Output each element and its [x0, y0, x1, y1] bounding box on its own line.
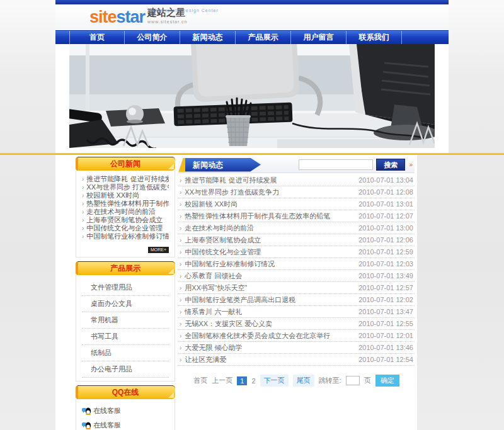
news-row[interactable]: ›心系教育 回馈社会2010-07-01 13:49	[178, 270, 415, 282]
sidebar-news-link[interactable]: ›XX与世界同步 打造低碳竞争力	[82, 183, 169, 191]
arrow-bullet-icon: ›	[180, 308, 181, 315]
qq-service-link[interactable]: 在线客服	[82, 418, 169, 430]
news-row[interactable]: ›中国制笔行业标准制修订情况2010-07-01 12:03	[178, 258, 415, 270]
arrow-bullet-icon: ›	[180, 273, 181, 280]
news-date: 2010-07-01 12:55	[358, 320, 415, 327]
news-title: 大爱无限 倾心助学	[185, 343, 242, 353]
pager-prev[interactable]: 上一页	[212, 376, 232, 385]
sidebar-news-label: 校园新锐 XX时尚	[86, 191, 139, 200]
sidebar-news-label: 中国传统文化与企业管理	[86, 224, 163, 232]
office-desk-illustration	[69, 44, 435, 148]
news-title: 让社区充满爱	[185, 355, 226, 365]
arrow-bullet-icon: ›	[180, 320, 181, 327]
news-list: ›推进节能降耗 促进可持续发展2010-07-01 13:04 ›XX与世界同步…	[178, 174, 415, 366]
news-title: 用XX书写“快乐天空”	[185, 283, 247, 293]
search-area: 搜索 »	[299, 159, 415, 171]
nav-item-news[interactable]: 新闻动态	[180, 31, 236, 44]
news-date: 2010-07-01 12:01	[358, 332, 415, 339]
pager-page-suffix: 页	[364, 376, 371, 385]
news-row[interactable]: ›让社区充满爱2010-07-01 12:54	[178, 354, 415, 366]
pager-jump-input[interactable]	[346, 376, 360, 385]
news-title: 无锡XX：支援灾区 爱心义卖	[185, 319, 272, 329]
news-date: 2010-07-01 12:54	[358, 356, 415, 363]
news-row[interactable]: ›无锡XX：支援灾区 爱心义卖2010-07-01 12:55	[178, 318, 415, 330]
site-logo[interactable]: Webtemplate Design Center sitestar 建站之星 …	[89, 8, 187, 26]
news-row[interactable]: ›走在技术与时尚的前沿2010-07-01 13:00	[178, 222, 415, 234]
product-category-link[interactable]: 常用机器	[82, 312, 169, 329]
nav-item-guestbook[interactable]: 用户留言	[291, 31, 346, 44]
news-title: 上海奉贤区制笔协会成立	[185, 235, 261, 245]
sidebar-news-label: XX与世界同步 打造低碳竞争力	[86, 183, 169, 191]
pager-page-1-current[interactable]: 1	[237, 376, 247, 385]
sidebar-news-link[interactable]: ›走在技术与时尚的前沿	[82, 208, 169, 216]
news-row[interactable]: ›推进节能降耗 促进可持续发展2010-07-01 13:04	[178, 174, 415, 186]
arrow-bullet-icon: ›	[180, 261, 181, 268]
product-category-link[interactable]: 桌面办公文具	[82, 296, 169, 312]
news-row[interactable]: ›情系青川 六一献礼2010-07-01 13:47	[178, 306, 415, 318]
nav-item-contact[interactable]: 联系我们	[346, 31, 402, 44]
arrow-bullet-icon: ›	[82, 175, 84, 183]
nav-item-about[interactable]: 公司简介	[125, 31, 180, 44]
more-link[interactable]: MORE+	[148, 247, 169, 253]
sidebar-news-link[interactable]: ›中国传统文化与企业管理	[82, 224, 169, 232]
arrow-bullet-icon: ›	[180, 285, 181, 291]
sidebar-news-label: 上海奉贤区制笔协会成立	[86, 216, 163, 224]
news-title: 全国制笔标准化技术委员会成立大会在北京举行	[185, 331, 330, 341]
search-button[interactable]: 搜索	[376, 159, 405, 171]
product-category-link[interactable]: 书写工具	[82, 329, 169, 345]
arrow-bullet-icon: ›	[180, 225, 181, 232]
qq-service-link[interactable]: 在线客服	[82, 404, 169, 418]
more-row: MORE+	[82, 242, 169, 254]
pager-confirm-button[interactable]: 确定	[375, 375, 399, 387]
nav-item-products[interactable]: 产品展示	[236, 31, 291, 44]
news-section-title: 新闻动态	[185, 158, 261, 172]
news-title: 中国制笔行业笔类产品调高出口退税	[185, 295, 295, 305]
news-date: 2010-07-01 13:49	[358, 272, 415, 280]
news-row[interactable]: ›中国制笔行业笔类产品调高出口退税2010-07-01 12:02	[178, 294, 415, 306]
news-date: 2010-07-01 13:00	[358, 224, 415, 232]
news-row[interactable]: ›全国制笔标准化技术委员会成立大会在北京举行2010-07-01 12:01	[178, 330, 415, 342]
arrow-bullet-icon: ›	[82, 191, 84, 200]
sidebar-news-link[interactable]: ›热塑性弹性体材料用于制作具有生...	[82, 200, 169, 208]
pager-first[interactable]: 首页	[193, 376, 207, 385]
pager-next[interactable]: 下一页	[260, 375, 289, 387]
news-row[interactable]: ›中国传统文化与企业管理2010-07-01 12:59	[178, 246, 415, 258]
news-title: 情系青川 六一献礼	[185, 307, 242, 317]
site-header: Webtemplate Design Center sitestar 建站之星 …	[55, 4, 449, 30]
sidebar-news-link[interactable]: ›校园新锐 XX时尚	[82, 191, 169, 200]
arrow-bullet-icon: ›	[180, 332, 181, 339]
pagination: 首页 上一页 1 2 下一页 尾页 跳转至: 页 确定	[178, 375, 415, 387]
search-input[interactable]	[299, 159, 373, 170]
news-row[interactable]: ›XX与世界同步 打造低碳竞争力2010-07-01 12:08	[178, 186, 415, 198]
corner-arrow-icon: »	[409, 161, 413, 168]
news-title: 校园新锐 XX时尚	[185, 200, 238, 209]
sidebar-product-title: 产品展示	[76, 261, 175, 275]
news-title: 中国制笔行业标准制修订情况	[185, 259, 275, 269]
sidebar-news-link[interactable]: ›中国制笔行业标准制修订情况	[82, 232, 169, 240]
logo-star-part: star	[117, 8, 146, 26]
nav-item-home[interactable]: 首页	[69, 31, 125, 44]
product-category-link[interactable]: 办公电子用品	[82, 361, 169, 378]
news-row[interactable]: ›大爱无限 倾心助学2010-07-01 13:46	[178, 342, 415, 354]
news-date: 2010-07-01 13:04	[358, 176, 415, 184]
pager-last[interactable]: 尾页	[293, 375, 314, 387]
pager-jump-label: 跳转至:	[319, 376, 341, 385]
news-date: 2010-07-01 12:02	[358, 296, 415, 303]
news-row[interactable]: ›用XX书写“快乐天空”2010-07-01 12:57	[178, 282, 415, 294]
product-category-link[interactable]: 文件管理用品	[82, 280, 169, 296]
arrow-bullet-icon: ›	[82, 208, 84, 216]
sidebar-news-link[interactable]: ›上海奉贤区制笔协会成立	[82, 216, 169, 224]
product-category-link[interactable]: 纸制品	[82, 345, 169, 361]
arrow-bullet-icon: ›	[180, 356, 181, 363]
sidebar-news-link[interactable]: ›推进节能降耗 促进可持续发展	[82, 175, 169, 183]
news-date: 2010-07-01 12:03	[358, 260, 415, 268]
news-row[interactable]: ›上海奉贤区制笔协会成立2010-07-01 12:06	[178, 234, 415, 246]
sidebar-qq-box: QQ在线 在线客服	[76, 385, 175, 430]
sidebar-qq-body: 在线客服 在线客服	[76, 399, 175, 430]
news-row[interactable]: ›校园新锐 XX时尚2010-07-01 13:01	[178, 198, 415, 210]
arrow-bullet-icon: ›	[180, 213, 181, 220]
pager-page-2[interactable]: 2	[251, 377, 255, 385]
news-row[interactable]: ›热塑性弹性体材料用于制作具有生态效率的铅笔2010-07-01 12:07	[178, 210, 415, 222]
news-date: 2010-07-01 12:08	[358, 188, 415, 196]
news-date: 2010-07-01 12:06	[358, 236, 415, 244]
